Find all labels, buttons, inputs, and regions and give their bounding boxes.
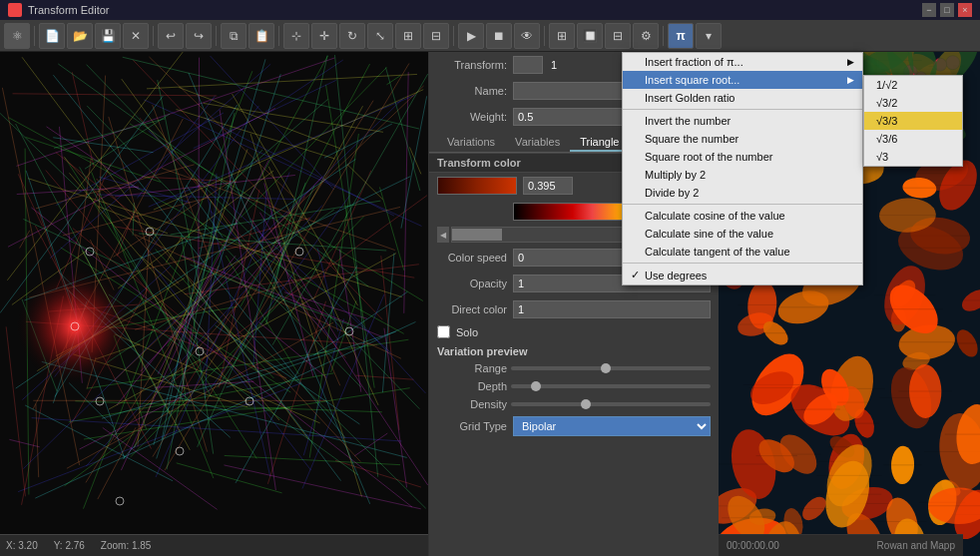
window-controls[interactable]: − □ ×: [922, 3, 972, 17]
range-thumb[interactable]: [601, 363, 611, 373]
tb-new[interactable]: 📄: [39, 23, 65, 49]
submenu-item-sqrt3-2[interactable]: √3/2: [864, 94, 962, 112]
context-menu: Insert fraction of π... ▶ Insert square …: [622, 52, 863, 285]
toolbar-separator-3: [216, 26, 217, 46]
toolbar-separator-2: [153, 26, 154, 46]
tb-extra[interactable]: ▾: [696, 23, 722, 49]
depth-row: Depth: [429, 377, 719, 395]
app-icon: [8, 3, 22, 17]
tb-zoom[interactable]: ⊞: [395, 23, 421, 49]
tab-variations[interactable]: Variations: [437, 134, 505, 152]
hscroll-thumb[interactable]: [452, 229, 502, 241]
menu-item-multiply2[interactable]: Multiply by 2: [623, 166, 862, 184]
app-title: Transform Editor: [28, 4, 110, 16]
menu-item-invert[interactable]: Invert the number: [623, 112, 862, 130]
tb-paste[interactable]: 📋: [248, 23, 274, 49]
color-speed-label: Color speed: [437, 252, 507, 264]
scroll-left-btn[interactable]: ◀: [437, 227, 449, 243]
toolbar-separator-6: [544, 26, 545, 46]
tb-close[interactable]: ✕: [123, 23, 149, 49]
tb-redo[interactable]: ↪: [186, 23, 212, 49]
color-swatch[interactable]: [437, 177, 517, 195]
tb-settings[interactable]: ⚙: [633, 23, 659, 49]
depth-track[interactable]: [511, 384, 711, 388]
toolbar-separator-4: [278, 26, 279, 46]
density-label: Density: [437, 398, 507, 410]
menu-item-insert-fraction[interactable]: Insert fraction of π... ▶: [623, 53, 862, 71]
direct-color-input[interactable]: [513, 300, 711, 318]
opacity-label: Opacity: [437, 278, 507, 289]
tb-render[interactable]: ▶: [458, 23, 484, 49]
canvas-x: X: 3.20: [6, 540, 38, 551]
depth-thumb[interactable]: [531, 381, 541, 391]
depth-label: Depth: [437, 380, 507, 392]
tb-rotate[interactable]: ↻: [339, 23, 365, 49]
tb-copy[interactable]: ⧉: [221, 23, 246, 49]
grid-type-dropdown[interactable]: Bipolar Linear Radial: [513, 416, 711, 436]
tb-move[interactable]: ✛: [311, 23, 337, 49]
credit: Rowan and Mapp: [877, 540, 955, 551]
submenu-item-sqrt3-3[interactable]: √3/3: [864, 112, 962, 130]
tb-zoom2[interactable]: ⊟: [423, 23, 449, 49]
close-button[interactable]: ×: [958, 3, 972, 17]
menu-item-tan[interactable]: Calculate tangent of the value: [623, 243, 862, 261]
density-track[interactable]: [511, 402, 711, 406]
variation-preview-title: Variation preview: [429, 341, 719, 359]
transform-label: Transform:: [437, 59, 507, 71]
menu-separator: [623, 263, 862, 264]
weight-label: Weight:: [437, 111, 507, 123]
menu-item-divide2[interactable]: Divide by 2: [623, 184, 862, 202]
tb-icon[interactable]: ⚛: [4, 23, 30, 49]
image-panel-statusbar: 00:00:00.00 Rowan and Mapp: [719, 534, 963, 556]
direct-color-row: Direct color: [429, 296, 719, 322]
menu-item-sin[interactable]: Calculate sine of the value: [623, 225, 862, 243]
grid-type-select[interactable]: Bipolar Linear Radial: [513, 416, 711, 436]
canvas-area[interactable]: X: 3.20 Y: 2.76 Zoom: 1.85: [0, 52, 429, 556]
menu-item-cos[interactable]: Calculate cosine of the value: [623, 207, 862, 225]
menu-item-insert-golden[interactable]: Insert Golden ratio: [623, 89, 862, 107]
name-label: Name:: [437, 85, 507, 97]
density-row: Density: [429, 395, 719, 413]
tb-open[interactable]: 📂: [67, 23, 93, 49]
transform-value: 1: [551, 59, 557, 71]
menu-item-insert-square-root[interactable]: Insert square root... ▶: [623, 71, 862, 89]
range-track[interactable]: [511, 366, 711, 370]
menu-item-square[interactable]: Square the number: [623, 130, 862, 148]
range-label: Range: [437, 362, 507, 374]
tb-grid[interactable]: ⊞: [549, 23, 575, 49]
minimize-button[interactable]: −: [922, 3, 936, 17]
menu-main: Insert fraction of π... ▶ Insert square …: [622, 52, 863, 285]
tb-save[interactable]: 💾: [95, 23, 121, 49]
tb-snap[interactable]: 🔲: [577, 23, 603, 49]
solo-row: Solo: [429, 322, 719, 341]
submenu-item-sqrt3-6[interactable]: √3/6: [864, 130, 962, 148]
submenu-item-sqrt3[interactable]: √3: [864, 148, 962, 166]
tab-variables[interactable]: Variables: [505, 134, 570, 152]
maximize-button[interactable]: □: [940, 3, 954, 17]
solo-checkbox[interactable]: [437, 325, 450, 338]
tb-select[interactable]: ⊹: [283, 23, 309, 49]
tb-undo[interactable]: ↩: [158, 23, 184, 49]
density-thumb[interactable]: [581, 399, 591, 409]
grid-type-row: Grid Type Bipolar Linear Radial: [429, 413, 719, 439]
solo-label: Solo: [456, 326, 478, 338]
grid-type-label: Grid Type: [437, 420, 507, 432]
tb-align[interactable]: ⊟: [605, 23, 631, 49]
canvas-zoom: Zoom: 1.85: [101, 540, 152, 551]
main-toolbar: ⚛ 📄 📂 💾 ✕ ↩ ↪ ⧉ 📋 ⊹ ✛ ↻ ⤡ ⊞ ⊟ ▶ ⏹ 👁 ⊞ 🔲 …: [0, 20, 980, 52]
pi-button[interactable]: π: [668, 23, 694, 49]
toolbar-separator-7: [663, 26, 664, 46]
fractal-canvas: [0, 52, 429, 534]
tab-triangle[interactable]: Triangle: [570, 134, 629, 152]
tb-scale[interactable]: ⤡: [367, 23, 393, 49]
menu-separator: [623, 109, 862, 110]
submenu-item-inv-sqrt2[interactable]: 1/√2: [864, 76, 962, 94]
tb-preview[interactable]: 👁: [514, 23, 540, 49]
menu-separator: [623, 204, 862, 205]
menu-item-sqrt[interactable]: Square root of the number: [623, 148, 862, 166]
tb-stop[interactable]: ⏹: [486, 23, 512, 49]
menu-item-degrees[interactable]: ✓ Use degrees: [623, 266, 862, 284]
transform-input[interactable]: [513, 56, 543, 74]
toolbar-separator-5: [453, 26, 454, 46]
color-value-input[interactable]: [523, 177, 573, 195]
